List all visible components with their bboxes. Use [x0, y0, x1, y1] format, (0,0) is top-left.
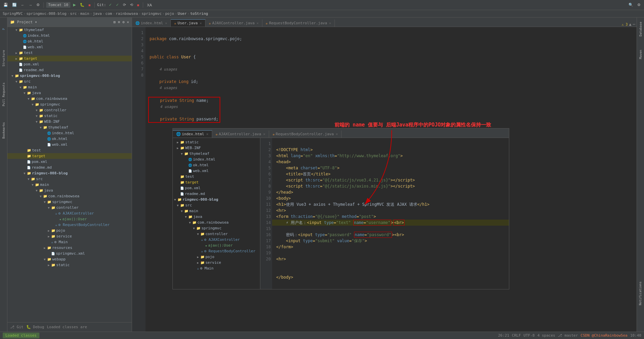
ot-requestbody[interactable]: ☕⚙ RequestBodyController [173, 248, 260, 254]
toolbar-git-btn4[interactable]: ⟲ [129, 2, 134, 8]
ot-service[interactable]: ▶📁service [173, 260, 260, 265]
toolbar-git-stop[interactable]: ■ [136, 2, 141, 8]
overlay-tab-index[interactable]: 🌐 index.html ✕ [173, 130, 212, 138]
tree-springmvc-pkg[interactable]: ▼📁springmvc [7, 102, 132, 107]
tree-readme-2[interactable]: 📄readme.md [7, 165, 132, 170]
tree-ajaxcontroller[interactable]: ☕⚙ AJAXController [7, 210, 132, 216]
ot-pojo[interactable]: ▶📁pojo [173, 254, 260, 260]
tree-springmvc-008[interactable]: ▼📁springmvc-008-blog [7, 73, 132, 79]
breadcrumb-springmvc[interactable]: SpringMVC [3, 11, 23, 16]
tree-pom-xml-1[interactable]: 📄pom.xml [7, 61, 132, 67]
toolbar-btn-run[interactable]: ⚙ [35, 2, 41, 8]
tree-resources[interactable]: ▶📁resources [7, 245, 132, 251]
breadcrumb-com[interactable]: com [105, 11, 112, 16]
toolbar-btn-forward[interactable]: → [27, 2, 34, 8]
more-tabs-btn[interactable]: ⋯ [633, 22, 635, 27]
tree-main[interactable]: ▼📁main [7, 84, 132, 90]
breadcrumb-main[interactable]: main [80, 11, 90, 16]
ot-web-xml[interactable]: 📄web.xml [173, 168, 260, 174]
right-icon-database[interactable]: Database [637, 19, 644, 39]
ot-springmvc-pkg[interactable]: ▼📁springmvc [173, 225, 260, 231]
ot-static[interactable]: ▶📁static [173, 139, 260, 145]
tree-springmvc-008-b[interactable]: ▼📁ringmvc-008-blog [7, 170, 132, 176]
overlay-tab-close[interactable]: ✕ [206, 132, 208, 136]
ot-src[interactable]: ▼📁src [173, 202, 260, 208]
ot-test[interactable]: 📁test [173, 174, 260, 179]
tree-webapp[interactable]: ▼📁webapp [7, 256, 132, 262]
tree-src-2[interactable]: ▼📁src [7, 176, 132, 182]
expand-btn[interactable]: ▲ [629, 22, 632, 27]
toolbar-btn-save[interactable]: 💾 [2, 2, 9, 8]
side-icon-structure[interactable]: Structure [0, 47, 7, 70]
ot-ajax-user[interactable]: ⬥ajax():User [173, 243, 260, 248]
tree-index-html-1[interactable]: 🌐index.html [7, 33, 132, 38]
tree-ok-html-1[interactable]: 🌐ok.html [7, 38, 132, 44]
overlay-requestbody-close[interactable]: ✕ [336, 132, 338, 136]
tab-close-index[interactable]: ✕ [165, 21, 167, 25]
tree-test-2[interactable]: 📁test [7, 147, 132, 153]
tree-pojo[interactable]: ▶📁pojo [7, 228, 132, 233]
ot-springmvc-008[interactable]: ▼📁ringmvc-008-blog [173, 197, 260, 202]
ot-java[interactable]: ▼📁java [173, 214, 260, 220]
ot-main[interactable]: ▼📁main [173, 208, 260, 214]
toolbar-git-btn3[interactable]: ⟳ [122, 2, 127, 8]
breadcrumb-project[interactable]: springmvc-008-blog [26, 11, 66, 16]
tab-index-html[interactable]: 🌐 index.html ✕ [132, 20, 171, 27]
tab-close-requestbody[interactable]: ✕ [329, 21, 331, 25]
right-icon-maven[interactable]: Maven [637, 46, 644, 63]
tree-pom-xml-2[interactable]: 📄pom.xml [7, 159, 132, 165]
breadcrumb-java[interactable]: java [93, 11, 102, 16]
tree-main-2[interactable]: ▼📁main [7, 182, 132, 188]
ot-thymeleaf[interactable]: ▼📁thymeleaf [173, 151, 260, 157]
tree-web-xml-1[interactable]: 📄web.xml [7, 44, 132, 50]
toolbar-git-check1[interactable]: ✓ [107, 2, 113, 8]
toolbar-translate-btn[interactable]: XA [146, 2, 153, 8]
toolbar-btn-sync[interactable]: 🔄 [11, 2, 18, 8]
toolbar-run-btn[interactable]: ▶ [72, 2, 77, 8]
toolbar-search-btn[interactable]: 🔍 [627, 2, 635, 8]
tree-readme-1[interactable]: 📄readme.md [7, 67, 132, 73]
breadcrumb-pojo[interactable]: pojo [165, 11, 174, 16]
tree-index-html-2[interactable]: 🌐index.html [7, 130, 132, 136]
tree-ok-html-2[interactable]: 🌐ok.html [7, 136, 132, 142]
debug-btn[interactable]: 🐛 Debug [26, 325, 44, 329]
ot-index-html[interactable]: 🌐index.html [173, 157, 260, 162]
ot-ajaxcontroller[interactable]: ☕⚙ AJAXController [173, 237, 260, 243]
tree-ajax-user[interactable]: ⬥ajax():User [7, 216, 132, 222]
side-icon-project[interactable]: P [0, 19, 7, 39]
toolbar-btn-back[interactable]: ← [20, 2, 26, 8]
git-btn[interactable]: ⎇ Git [10, 325, 24, 329]
tab-requestbody[interactable]: ☕ RequestBodyController.java ✕ [262, 20, 335, 27]
tree-java[interactable]: ▼📁java [7, 90, 132, 96]
tree-requestbodycontroller[interactable]: ☕⚙ RequestBodyController [7, 222, 132, 228]
breadcrumb-user[interactable]: User [178, 11, 187, 16]
overlay-ajax-close[interactable]: ✕ [263, 132, 265, 136]
tree-target[interactable]: ▶📁target [7, 56, 132, 61]
overlay-tab-requestbody[interactable]: ☕ RequestBodyController.java ✕ [269, 131, 342, 138]
toolbar-git-check2[interactable]: ✓ [115, 2, 120, 8]
tab-user-java[interactable]: ☕ User.java ✕ [171, 19, 205, 27]
tree-controller[interactable]: ▼📁controller [7, 107, 132, 113]
breadcrumb-src[interactable]: src [70, 11, 77, 16]
overlay-code-content[interactable]: <!DOCTYPE html> <html lang="en" xmlns:th… [272, 138, 509, 289]
ot-readme[interactable]: 📄readme.md [173, 191, 260, 197]
tree-src[interactable]: ▼📁src [7, 79, 132, 84]
tree-webinf[interactable]: ▼📁WEB-INF [7, 119, 132, 124]
breadcrumb-tostring[interactable]: toString [190, 11, 208, 16]
tree-main-class[interactable]: ☕⚙ Main [7, 239, 132, 245]
breadcrumb-springmvc2[interactable]: springmvc [141, 11, 162, 16]
side-icon-pullrequests[interactable]: Pull Requests [0, 81, 7, 108]
tree-web-xml-2[interactable]: 📄web.xml [7, 142, 132, 147]
tree-com-rainbowsea[interactable]: ▼📁com.rainbowsea [7, 96, 132, 102]
tab-close-ajax[interactable]: ✕ [257, 21, 259, 25]
tree-target-2[interactable]: 📁target [7, 153, 132, 159]
tab-close-user[interactable]: ✕ [200, 21, 202, 25]
ot-com[interactable]: ▼📁com.rainbowsea [173, 220, 260, 225]
tree-springmvc-xml[interactable]: 📄springmvc.xml [7, 251, 132, 256]
tree-java-2[interactable]: ▼📁java [7, 188, 132, 193]
ot-pom[interactable]: 📄pom.xml [173, 185, 260, 191]
tree-static-1[interactable]: ▼📁static [7, 113, 132, 119]
tree-com-rainbowsea-2[interactable]: ▼📁com.rainbowsea [7, 193, 132, 199]
tab-ajaxcontroller[interactable]: ☕ AJAXController.java ✕ [205, 20, 262, 27]
ot-ok-html[interactable]: 🌐ok.html [173, 162, 260, 168]
